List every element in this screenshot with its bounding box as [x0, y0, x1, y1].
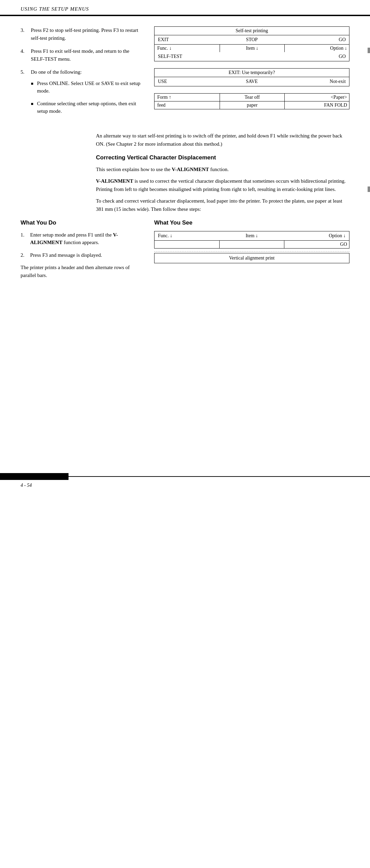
steps-section: 3. Press F2 to stop self-test printing. … [21, 26, 349, 125]
lcd1-r2c2: Item ↓ [220, 45, 285, 52]
alternate-text: An alternate way to start self-test prin… [96, 132, 349, 148]
lcd-box-3: Form ↑ Tear off <Paper> feed paper FAN F… [154, 93, 349, 109]
lcd2-r1c3: Not-exit [284, 78, 349, 85]
footer-line [69, 476, 370, 477]
bullet2-text: Continue selecting other setup options, … [37, 100, 144, 115]
section-body1: V-ALIGNMENT is used to correct the verti… [96, 177, 349, 193]
lcd-w1-r1c1: Func. ↓ [155, 232, 220, 239]
lcd1-row1: EXIT STOP GO [155, 35, 349, 44]
lcd3-row1: Form ↑ Tear off <Paper> [155, 94, 349, 101]
step5-text: Do one of the following: ■ Press ONLINE.… [31, 68, 144, 120]
lcd1-r3c1: SELF-TEST [155, 53, 220, 60]
list-item-3: 3. Press F2 to stop self-test printing. … [21, 26, 144, 42]
step-w1-text: Enter setup mode and press F1 until the … [30, 231, 144, 246]
lcd-w2-text: Vertical alignment print [229, 255, 275, 261]
section-body: This section explains how to use the V-A… [21, 165, 349, 213]
margin-mark-2 [368, 186, 370, 192]
alternate-section: An alternate way to start self-test prin… [21, 132, 349, 148]
lcd1-row2: Func. ↓ Item ↓ Option ↓ [155, 44, 349, 52]
step-w2-text: Press F3 and message is displayed. [30, 251, 144, 259]
lcd-w1-row1: Func. ↓ Item ↓ Option ↓ [155, 231, 349, 240]
what-section: What You Do 1. Enter setup mode and pres… [21, 219, 349, 279]
lcd2-r1c1: USE [155, 78, 220, 85]
left-steps: 3. Press F2 to stop self-test printing. … [21, 26, 151, 125]
lcd-box-1: Self-test printing EXIT STOP GO Func. ↓ … [154, 26, 349, 61]
step4-num: 4. [21, 47, 31, 63]
valignment-bold-3: V-ALIGNMENT [30, 232, 118, 245]
list-item-5: 5. Do one of the following: ■ Press ONLI… [21, 68, 144, 120]
footer-section: 4 - 54 [0, 473, 370, 491]
numbered-list: 3. Press F2 to stop self-test printing. … [21, 26, 144, 120]
lcd-w1-r1c2: Item ↓ [220, 232, 284, 239]
what-step-2: 2. Press F3 and message is displayed. [21, 251, 144, 259]
step5-num: 5. [21, 68, 31, 120]
lcd-box-2: EXIT: Use temporarily? USE SAVE Not-exit [154, 68, 349, 86]
lcd1-row3: SELF-TEST GO [155, 52, 349, 61]
what-step-1: 1. Enter setup mode and press F1 until t… [21, 231, 144, 246]
lcd2-header: EXIT: Use temporarily? [155, 69, 349, 77]
lcd-w1-r2c1 [155, 241, 220, 248]
bullet-item-2: ■ Continue selecting other setup options… [31, 100, 144, 115]
bullet-icon-1: ■ [31, 81, 37, 95]
lcd1-r3c2 [220, 53, 284, 60]
what-see-heading: What You See [154, 219, 349, 226]
bullet-item-1: ■ Press ONLINE. Select USE or SAVE to ex… [31, 80, 144, 95]
step-w2-num: 2. [21, 251, 30, 259]
lcd-w2-message: Vertical alignment print [154, 253, 349, 263]
section-body2: To check and correct vertical character … [96, 197, 349, 213]
what-do-steps: 1. Enter setup mode and press F1 until t… [21, 231, 144, 259]
page: USING THE SETUP MENUS 3. Press F2 to sto… [0, 0, 370, 868]
lcd3-r1c3: <Paper> [285, 94, 349, 101]
header-title: USING THE SETUP MENUS [21, 6, 89, 12]
what-do-heading: What You Do [21, 219, 144, 226]
what-see-col: What You See Func. ↓ Item ↓ Option ↓ GO [151, 219, 349, 279]
step-w3-text: The printer prints a header and then alt… [21, 264, 144, 279]
lcd1-r1c3: GO [284, 36, 349, 43]
right-lcds: Self-test printing EXIT STOP GO Func. ↓ … [151, 26, 349, 125]
lcd3-r2c2: paper [220, 101, 285, 109]
lcd-w1-r1c3: Option ↓ [284, 232, 349, 239]
section-heading: Correcting Vertical Character Displaceme… [21, 154, 349, 161]
lcd2-r1c2: SAVE [220, 78, 284, 85]
main-content: 3. Press F2 to stop self-test printing. … [0, 16, 370, 296]
lcd2-row1: USE SAVE Not-exit [155, 77, 349, 86]
lcd1-r2c3: Option ↓ [285, 45, 349, 52]
lcd-w1-box: Func. ↓ Item ↓ Option ↓ GO [154, 231, 349, 249]
lcd3-row2: feed paper FAN FOLD [155, 101, 349, 109]
step4-text: Press F1 to exit self-test mode, and ret… [31, 47, 144, 63]
lcd1-header: Self-test printing [155, 27, 349, 35]
section-intro: This section explains how to use the V-A… [96, 165, 349, 173]
lcd-w1-r2c2 [220, 241, 285, 248]
footer-black-rect [0, 473, 69, 480]
lcd3-r1c2: Tear off [220, 94, 285, 101]
lcd-w1-r2c3: GO [284, 241, 349, 248]
lcd1-r1c1: EXIT [155, 36, 220, 43]
list-item-4: 4. Press F1 to exit self-test mode, and … [21, 47, 144, 63]
lcd3-r2c1: feed [155, 101, 220, 109]
bullet-list: ■ Press ONLINE. Select USE or SAVE to ex… [31, 80, 144, 115]
footer-bar [0, 473, 370, 480]
what-do-col: What You Do 1. Enter setup mode and pres… [21, 219, 151, 279]
lcd-dashed-separator [154, 251, 349, 252]
lcd1-r3c3: GO [284, 53, 349, 60]
bullet-icon-2: ■ [31, 101, 37, 115]
lcd-w1-row2: GO [155, 240, 349, 248]
margin-mark-1 [368, 48, 370, 53]
header-bar: USING THE SETUP MENUS [0, 0, 370, 16]
footer-page: 4 - 54 [0, 480, 370, 491]
step3-num: 3. [21, 26, 31, 42]
bullet1-text: Press ONLINE. Select USE or SAVE to exit… [37, 80, 144, 95]
valignment-bold-2: V-ALIGNMENT [96, 178, 133, 184]
step-w1-num: 1. [21, 231, 30, 246]
lcd1-r1c2: STOP [220, 36, 284, 43]
valignment-bold-1: V-ALIGNMENT [172, 167, 209, 172]
lcd3-r1c1: Form ↑ [155, 94, 220, 101]
step3-text: Press F2 to stop self-test printing. Pre… [31, 26, 144, 42]
lcd1-r2c1: Func. ↓ [155, 45, 220, 52]
page-number: 4 - 54 [21, 483, 32, 488]
lcd3-r2c3: FAN FOLD [285, 101, 349, 109]
